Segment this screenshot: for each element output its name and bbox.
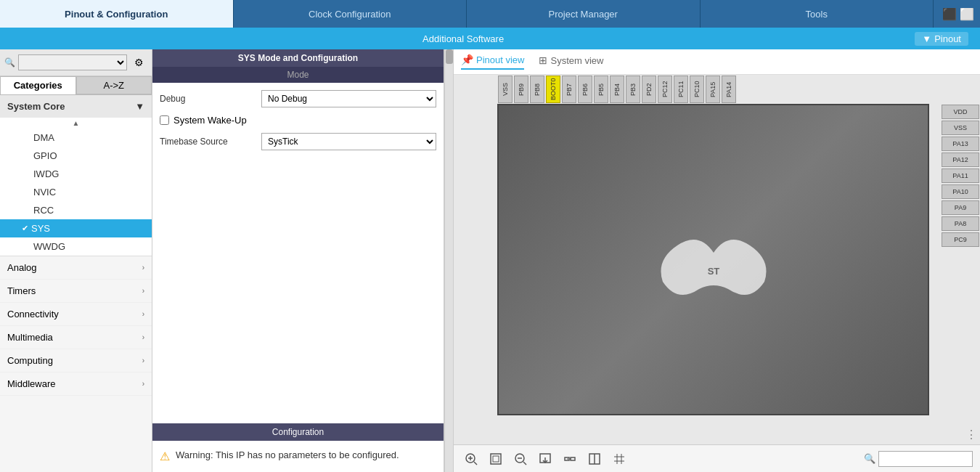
- pin-pa10[interactable]: PA10: [942, 184, 979, 199]
- pin-pa13[interactable]: PA13: [942, 137, 979, 151]
- top-pins-row: VSS PB9 PB8 BOOT0 PB7 PB6 PB5 PB4 PB3 PD…: [454, 75, 929, 104]
- sidebar-item-multimedia[interactable]: Multimedia ›: [0, 326, 152, 349]
- pin-pc10[interactable]: PC10: [690, 76, 704, 103]
- chevron-right-icon: ›: [142, 380, 144, 388]
- center-scrollbar[interactable]: [444, 49, 453, 472]
- chevron-down-icon: ▼: [922, 33, 931, 44]
- settings-gear-icon[interactable]: ⚙: [130, 54, 147, 71]
- chip-body: ST: [497, 104, 929, 415]
- sidebar-item-sys[interactable]: ✔ SYS: [0, 219, 152, 237]
- export-icon: [539, 452, 552, 465]
- search-icon-chip: 🔍: [864, 453, 875, 464]
- additional-software-label: Additional Software: [12, 33, 915, 44]
- pin-pc12[interactable]: PC12: [658, 76, 672, 103]
- svg-line-9: [523, 462, 526, 465]
- sidebar-item-analog[interactable]: Analog ›: [0, 256, 152, 280]
- check-icon: ✔: [22, 224, 28, 233]
- pinout-button[interactable]: ▼ Pinout: [915, 32, 968, 46]
- system-view-icon: ⊞: [539, 54, 547, 66]
- svg-rect-5: [491, 454, 501, 464]
- pin-pd2[interactable]: PD2: [642, 76, 656, 103]
- timebase-select[interactable]: SysTick TIM1 TIM2: [261, 133, 436, 150]
- chevron-right-icon: ›: [142, 333, 144, 341]
- section-system-core-header[interactable]: System Core ▼: [0, 95, 152, 118]
- tab-categories[interactable]: Categories: [0, 76, 76, 94]
- tab-az[interactable]: A->Z: [76, 76, 152, 94]
- pin-pb5[interactable]: PB5: [594, 76, 608, 103]
- pin-pa9[interactable]: PA9: [942, 200, 979, 215]
- sidebar-tabs: Categories A->Z: [0, 76, 152, 95]
- pin-pa8[interactable]: PA8: [942, 216, 979, 231]
- config-panel: SYS Mode and Configuration Mode Debug No…: [152, 49, 444, 472]
- chevron-up-icon: ▼: [135, 101, 144, 112]
- collapse-button[interactable]: [560, 449, 580, 469]
- debug-row: Debug No Debug Serial Wire JTAG (4 pins)…: [160, 90, 436, 107]
- sidebar-item-computing[interactable]: Computing ›: [0, 349, 152, 373]
- pin-pb7[interactable]: PB7: [562, 76, 576, 103]
- sidebar-item-connectivity[interactable]: Connectivity ›: [0, 303, 152, 326]
- svg-rect-6: [493, 456, 499, 462]
- debug-select[interactable]: No Debug Serial Wire JTAG (4 pins) JTAG …: [261, 90, 436, 107]
- pin-pc9[interactable]: PC9: [942, 232, 979, 247]
- top-navigation: Pinout & Configuration Clock Configurati…: [0, 0, 980, 28]
- pin-pb8[interactable]: PB8: [530, 76, 544, 103]
- grid-icon: [613, 452, 626, 465]
- sidebar: 🔍 ⚙ Categories A->Z System Core ▼ ▲: [0, 49, 152, 472]
- pin-pb3[interactable]: PB3: [626, 76, 640, 103]
- pin-pa15[interactable]: PA15: [706, 76, 720, 103]
- close-icon[interactable]: ⬜: [960, 7, 974, 21]
- system-wakeup-row: System Wake-Up: [160, 115, 436, 126]
- bottom-dots: ⋮: [454, 428, 980, 442]
- sidebar-item-iwdg[interactable]: IWDG: [0, 165, 152, 183]
- sidebar-item-gpio[interactable]: GPIO: [0, 147, 152, 165]
- chip-panel: 📌 Pinout view ⊞ System view VSS PB9 PB8 …: [454, 49, 980, 472]
- pin-boot0[interactable]: BOOT0: [546, 76, 560, 103]
- system-wakeup-checkbox[interactable]: [160, 115, 169, 125]
- export-button[interactable]: [535, 449, 555, 469]
- pin-pb4[interactable]: PB4: [610, 76, 624, 103]
- restore-icon[interactable]: ⬛: [942, 7, 957, 21]
- chevron-right-icon: ›: [142, 357, 144, 365]
- debug-label: Debug: [160, 94, 261, 104]
- pin-pa11[interactable]: PA11: [942, 168, 979, 183]
- pin-pb6[interactable]: PB6: [578, 76, 592, 103]
- fit-view-button[interactable]: [486, 449, 506, 469]
- tab-tools[interactable]: Tools: [701, 0, 934, 28]
- grid-button[interactable]: [609, 449, 629, 469]
- pin-vss-right[interactable]: VSS: [942, 121, 979, 135]
- tab-project-manager[interactable]: Project Manager: [467, 0, 701, 28]
- section-system-core-content: ▲ DMA GPIO IWDG NVIC: [0, 118, 152, 256]
- pin-pa12[interactable]: PA12: [942, 152, 979, 167]
- sidebar-item-dma[interactable]: DMA: [0, 129, 152, 147]
- pin-vss-top[interactable]: VSS: [498, 76, 513, 103]
- center-area: SYS Mode and Configuration Mode Debug No…: [152, 49, 454, 472]
- scroll-up-indicator[interactable]: ▲: [0, 118, 152, 129]
- tab-pinout-view[interactable]: 📌 Pinout view: [461, 54, 524, 70]
- secondary-bar: Additional Software ▼ Pinout: [0, 28, 980, 49]
- tab-pinout-config[interactable]: Pinout & Configuration: [0, 0, 234, 28]
- tab-clock-config[interactable]: Clock Configuration: [234, 0, 467, 28]
- pin-pa14[interactable]: PA14: [722, 76, 736, 103]
- sidebar-item-wwdg[interactable]: WWDG: [0, 237, 152, 256]
- system-wakeup-label: System Wake-Up: [173, 115, 247, 126]
- chip-search-input[interactable]: [878, 451, 973, 467]
- sidebar-item-middleware[interactable]: Middleware ›: [0, 373, 152, 396]
- zoom-out-button[interactable]: [510, 449, 531, 469]
- pin-vdd-right[interactable]: VDD: [942, 105, 979, 119]
- split-view-button[interactable]: [584, 449, 605, 469]
- sidebar-item-rcc[interactable]: RCC: [0, 201, 152, 219]
- zoom-in-button[interactable]: [461, 449, 481, 469]
- warning-text: Warning: This IP has no parameters to be…: [176, 449, 399, 460]
- right-pins-column: VDD VSS PA13 PA12 PA11 PA10 PA9 PA8 PC9: [941, 104, 980, 248]
- scroll-thumb[interactable]: [446, 49, 453, 64]
- sidebar-item-timers[interactable]: Timers ›: [0, 280, 152, 303]
- pin-pc11[interactable]: PC11: [674, 76, 688, 103]
- split-icon: [588, 452, 601, 465]
- sidebar-item-nvic[interactable]: NVIC: [0, 183, 152, 201]
- tab-system-view[interactable]: ⊞ System view: [539, 54, 603, 69]
- pin-pb9[interactable]: PB9: [514, 76, 528, 103]
- svg-line-4: [474, 462, 477, 465]
- bottom-toolbar: 🔍: [454, 444, 980, 472]
- search-input[interactable]: [18, 54, 127, 70]
- svg-text:ST: ST: [707, 266, 719, 277]
